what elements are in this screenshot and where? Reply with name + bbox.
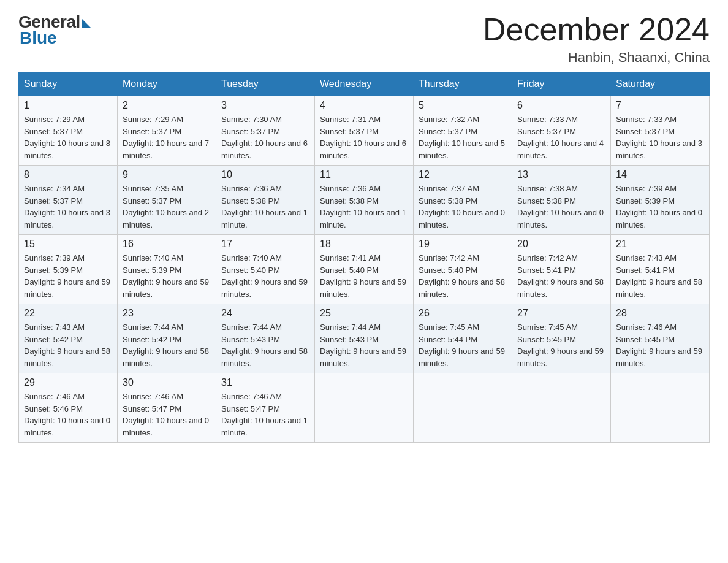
day-number: 6 (517, 100, 605, 111)
day-number: 22 (24, 308, 112, 319)
table-row: 22 Sunrise: 7:43 AMSunset: 5:42 PMDaylig… (19, 304, 118, 373)
day-info: Sunrise: 7:29 AMSunset: 5:37 PMDaylight:… (123, 113, 211, 161)
day-info: Sunrise: 7:36 AMSunset: 5:38 PMDaylight:… (320, 183, 408, 231)
logo: General Blue (18, 12, 91, 48)
month-title: December 2024 (483, 12, 710, 47)
header-day-tuesday: Tuesday (216, 72, 315, 96)
day-number: 3 (221, 100, 309, 111)
page-header: General Blue December 2024 Hanbin, Shaan… (18, 12, 710, 66)
day-number: 23 (123, 308, 211, 319)
header-day-wednesday: Wednesday (315, 72, 414, 96)
day-number: 29 (24, 377, 112, 388)
day-info: Sunrise: 7:44 AMSunset: 5:42 PMDaylight:… (123, 321, 211, 369)
table-row: 9 Sunrise: 7:35 AMSunset: 5:37 PMDayligh… (118, 166, 216, 235)
day-number: 30 (123, 377, 211, 388)
table-row: 21 Sunrise: 7:43 AMSunset: 5:41 PMDaylig… (611, 235, 710, 304)
table-row: 19 Sunrise: 7:42 AMSunset: 5:40 PMDaylig… (414, 235, 512, 304)
table-row: 29 Sunrise: 7:46 AMSunset: 5:46 PMDaylig… (19, 373, 118, 443)
day-number: 8 (24, 169, 112, 180)
header-day-thursday: Thursday (414, 72, 512, 96)
calendar-week-row: 29 Sunrise: 7:46 AMSunset: 5:46 PMDaylig… (19, 373, 710, 443)
header-row: SundayMondayTuesdayWednesdayThursdayFrid… (19, 72, 710, 96)
table-row: 27 Sunrise: 7:45 AMSunset: 5:45 PMDaylig… (512, 304, 611, 373)
day-number: 9 (123, 169, 211, 180)
day-number: 7 (616, 100, 704, 111)
table-row (414, 373, 512, 443)
day-number: 21 (616, 239, 704, 250)
day-number: 16 (123, 239, 211, 250)
day-info: Sunrise: 7:44 AMSunset: 5:43 PMDaylight:… (320, 321, 408, 369)
table-row (512, 373, 611, 443)
table-row: 2 Sunrise: 7:29 AMSunset: 5:37 PMDayligh… (118, 96, 216, 166)
header-day-saturday: Saturday (611, 72, 710, 96)
location-text: Hanbin, Shaanxi, China (483, 50, 710, 66)
logo-arrow-icon (82, 19, 91, 28)
day-info: Sunrise: 7:39 AMSunset: 5:39 PMDaylight:… (24, 252, 112, 300)
day-info: Sunrise: 7:46 AMSunset: 5:47 PMDaylight:… (123, 391, 211, 439)
table-row: 18 Sunrise: 7:41 AMSunset: 5:40 PMDaylig… (315, 235, 414, 304)
table-row (315, 373, 414, 443)
day-number: 18 (320, 239, 408, 250)
table-row: 14 Sunrise: 7:39 AMSunset: 5:39 PMDaylig… (611, 166, 710, 235)
day-info: Sunrise: 7:45 AMSunset: 5:44 PMDaylight:… (419, 321, 507, 369)
table-row: 30 Sunrise: 7:46 AMSunset: 5:47 PMDaylig… (118, 373, 216, 443)
day-info: Sunrise: 7:46 AMSunset: 5:47 PMDaylight:… (221, 391, 309, 439)
header-day-sunday: Sunday (19, 72, 118, 96)
table-row: 17 Sunrise: 7:40 AMSunset: 5:40 PMDaylig… (216, 235, 315, 304)
day-number: 5 (419, 100, 507, 111)
table-row: 12 Sunrise: 7:37 AMSunset: 5:38 PMDaylig… (414, 166, 512, 235)
table-row: 5 Sunrise: 7:32 AMSunset: 5:37 PMDayligh… (414, 96, 512, 166)
header-day-monday: Monday (118, 72, 216, 96)
day-number: 31 (221, 377, 309, 388)
day-info: Sunrise: 7:30 AMSunset: 5:37 PMDaylight:… (221, 113, 309, 161)
day-number: 13 (517, 169, 605, 180)
day-number: 24 (221, 308, 309, 319)
day-info: Sunrise: 7:39 AMSunset: 5:39 PMDaylight:… (616, 183, 704, 231)
logo-blue-text: Blue (20, 28, 57, 48)
day-number: 28 (616, 308, 704, 319)
table-row: 3 Sunrise: 7:30 AMSunset: 5:37 PMDayligh… (216, 96, 315, 166)
calendar-week-row: 8 Sunrise: 7:34 AMSunset: 5:37 PMDayligh… (19, 166, 710, 235)
day-info: Sunrise: 7:44 AMSunset: 5:43 PMDaylight:… (221, 321, 309, 369)
day-number: 19 (419, 239, 507, 250)
day-info: Sunrise: 7:40 AMSunset: 5:40 PMDaylight:… (221, 252, 309, 300)
day-info: Sunrise: 7:42 AMSunset: 5:40 PMDaylight:… (419, 252, 507, 300)
table-row: 8 Sunrise: 7:34 AMSunset: 5:37 PMDayligh… (19, 166, 118, 235)
day-number: 12 (419, 169, 507, 180)
day-number: 27 (517, 308, 605, 319)
day-info: Sunrise: 7:36 AMSunset: 5:38 PMDaylight:… (221, 183, 309, 231)
day-number: 26 (419, 308, 507, 319)
day-number: 17 (221, 239, 309, 250)
header-day-friday: Friday (512, 72, 611, 96)
day-info: Sunrise: 7:32 AMSunset: 5:37 PMDaylight:… (419, 113, 507, 161)
day-info: Sunrise: 7:33 AMSunset: 5:37 PMDaylight:… (616, 113, 704, 161)
table-row: 23 Sunrise: 7:44 AMSunset: 5:42 PMDaylig… (118, 304, 216, 373)
calendar-week-row: 1 Sunrise: 7:29 AMSunset: 5:37 PMDayligh… (19, 96, 710, 166)
table-row: 25 Sunrise: 7:44 AMSunset: 5:43 PMDaylig… (315, 304, 414, 373)
day-number: 4 (320, 100, 408, 111)
day-info: Sunrise: 7:31 AMSunset: 5:37 PMDaylight:… (320, 113, 408, 161)
table-row: 24 Sunrise: 7:44 AMSunset: 5:43 PMDaylig… (216, 304, 315, 373)
day-info: Sunrise: 7:45 AMSunset: 5:45 PMDaylight:… (517, 321, 605, 369)
day-number: 2 (123, 100, 211, 111)
table-row: 7 Sunrise: 7:33 AMSunset: 5:37 PMDayligh… (611, 96, 710, 166)
table-row: 16 Sunrise: 7:40 AMSunset: 5:39 PMDaylig… (118, 235, 216, 304)
calendar-week-row: 15 Sunrise: 7:39 AMSunset: 5:39 PMDaylig… (19, 235, 710, 304)
day-info: Sunrise: 7:35 AMSunset: 5:37 PMDaylight:… (123, 183, 211, 231)
table-row: 1 Sunrise: 7:29 AMSunset: 5:37 PMDayligh… (19, 96, 118, 166)
day-info: Sunrise: 7:43 AMSunset: 5:42 PMDaylight:… (24, 321, 112, 369)
day-info: Sunrise: 7:41 AMSunset: 5:40 PMDaylight:… (320, 252, 408, 300)
calendar-week-row: 22 Sunrise: 7:43 AMSunset: 5:42 PMDaylig… (19, 304, 710, 373)
table-row: 28 Sunrise: 7:46 AMSunset: 5:45 PMDaylig… (611, 304, 710, 373)
day-info: Sunrise: 7:38 AMSunset: 5:38 PMDaylight:… (517, 183, 605, 231)
day-info: Sunrise: 7:37 AMSunset: 5:38 PMDaylight:… (419, 183, 507, 231)
day-info: Sunrise: 7:46 AMSunset: 5:46 PMDaylight:… (24, 391, 112, 439)
table-row: 31 Sunrise: 7:46 AMSunset: 5:47 PMDaylig… (216, 373, 315, 443)
day-number: 20 (517, 239, 605, 250)
table-row (611, 373, 710, 443)
day-number: 11 (320, 169, 408, 180)
day-info: Sunrise: 7:33 AMSunset: 5:37 PMDaylight:… (517, 113, 605, 161)
calendar-header: SundayMondayTuesdayWednesdayThursdayFrid… (19, 72, 710, 96)
table-row: 20 Sunrise: 7:42 AMSunset: 5:41 PMDaylig… (512, 235, 611, 304)
day-number: 10 (221, 169, 309, 180)
